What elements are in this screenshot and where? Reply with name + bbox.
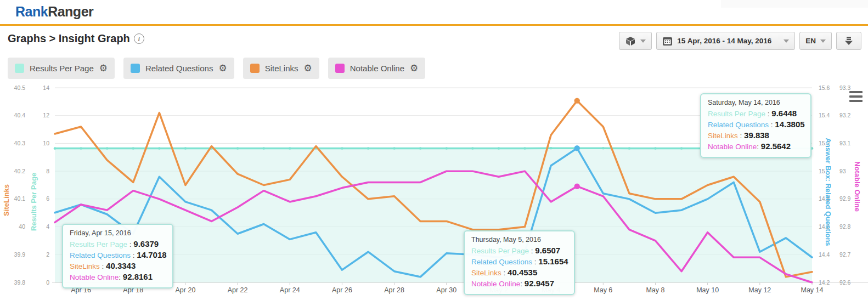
data-point[interactable] — [550, 147, 553, 150]
data-point[interactable] — [158, 147, 161, 150]
notable-axis-tick: 93.3 — [839, 84, 851, 91]
sitelinks-axis-tick: 40.3 — [14, 140, 26, 146]
chevron-down-icon — [784, 39, 789, 43]
tooltip-date: Thursday, May 5, 2016 — [471, 236, 567, 244]
x-axis-label: Apr 26 — [332, 286, 352, 294]
notable-axis-tick: 93.1 — [839, 140, 851, 146]
page-title: Graphs > Insight Graph — [8, 32, 130, 45]
series-legend: Results Per Page ⚙ Related Questions ⚙ S… — [8, 58, 425, 79]
sitelinks-axis-tick: 39.9 — [14, 251, 26, 258]
sitelinks-axis-tick: 40.1 — [14, 195, 26, 202]
data-point[interactable] — [498, 147, 500, 150]
data-point[interactable] — [341, 147, 343, 150]
results-axis-tick: 14 — [43, 84, 49, 91]
gear-icon[interactable]: ⚙ — [410, 64, 418, 73]
legend-label: SiteLinks — [265, 64, 298, 73]
notable-online-swatch — [335, 64, 345, 73]
sitelinks-axis-title: SiteLinks — [2, 184, 10, 216]
tooltip-date: Saturday, May 14, 2016 — [708, 99, 804, 106]
x-axis-label: May 8 — [646, 286, 664, 294]
data-point[interactable] — [80, 147, 82, 150]
data-point[interactable] — [393, 147, 396, 150]
data-point[interactable] — [184, 147, 187, 150]
tooltip-row: Related Questions : 14.3805 — [708, 119, 804, 130]
legend-chip-notable-online[interactable]: Notable Online ⚙ — [328, 58, 425, 79]
related-axis-tick: 14.4 — [819, 251, 830, 258]
gear-icon[interactable]: ⚙ — [218, 64, 227, 73]
legend-chip-sitelinks[interactable]: SiteLinks ⚙ — [243, 58, 319, 79]
toolbar-controls: 15 Apr, 2016 - 14 May, 2016 EN — [619, 32, 861, 50]
rankranger-logo[interactable]: RankRanger — [15, 4, 93, 20]
chevron-down-icon — [640, 39, 646, 43]
x-axis-label: Apr 24 — [280, 286, 300, 294]
notable-axis-tick: 92.8 — [839, 223, 851, 230]
x-axis-label: Apr 20 — [176, 286, 196, 294]
x-axis-label: Apr 30 — [436, 286, 456, 294]
data-point[interactable] — [54, 147, 57, 150]
sitelinks-axis-tick: 40 — [19, 223, 25, 230]
gear-icon[interactable]: ⚙ — [304, 64, 312, 73]
tooltip-date: Friday, Apr 15, 2016 — [70, 229, 166, 237]
sitelinks-axis-tick: 40.5 — [14, 84, 26, 91]
logo-ranger: Ranger — [48, 4, 93, 19]
data-point[interactable] — [523, 147, 526, 150]
data-point[interactable] — [132, 147, 134, 150]
tooltip-row: Related Questions : 15.1654 — [471, 256, 567, 267]
data-point[interactable] — [106, 147, 109, 150]
tooltip-row: Results Per Page : 9.6507 — [471, 245, 567, 256]
info-icon[interactable]: i — [134, 33, 144, 44]
sitelinks-axis-tick: 40.2 — [14, 168, 26, 174]
chart-menu-icon[interactable] — [849, 91, 863, 102]
data-point[interactable] — [471, 147, 474, 150]
tooltip-row: Results Per Page : 9.6448 — [708, 108, 804, 119]
language-label: EN — [805, 37, 816, 45]
results-axis-tick: 6 — [46, 195, 49, 202]
data-point[interactable] — [367, 147, 370, 150]
sitelinks-axis-tick: 39.8 — [14, 279, 26, 286]
tooltip-apr-15: Friday, Apr 15, 2016 Results Per Page : … — [62, 224, 173, 288]
cube-icon — [625, 36, 636, 47]
widget-menu-button[interactable] — [619, 32, 652, 50]
hover-point-related-questions[interactable] — [574, 145, 580, 151]
download-button[interactable] — [836, 32, 861, 50]
language-button[interactable]: EN — [799, 32, 832, 50]
header-corner-panel — [721, 0, 868, 8]
related-axis-title: Answer Box: Related Questions — [824, 138, 832, 246]
results-axis-tick: 4 — [46, 223, 49, 230]
x-axis-label: May 6 — [594, 286, 612, 294]
results-axis-tick: 8 — [46, 168, 49, 174]
notable-axis-tick: 92.7 — [839, 251, 851, 258]
data-point[interactable] — [445, 147, 448, 150]
legend-chip-related-questions[interactable]: Related Questions ⚙ — [123, 58, 234, 79]
results-axis-tick: 12 — [43, 112, 49, 118]
data-point[interactable] — [262, 147, 265, 150]
tooltip-row: Related Questions : 14.7018 — [70, 250, 166, 261]
legend-label: Related Questions — [145, 64, 213, 73]
hover-point-sitelinks[interactable] — [574, 98, 580, 103]
related-axis-tick: 15.6 — [819, 84, 830, 91]
data-point[interactable] — [236, 147, 239, 150]
date-range-button[interactable]: 15 Apr, 2016 - 14 May, 2016 — [656, 32, 795, 50]
x-axis-label: May 14 — [801, 286, 824, 294]
sitelinks-swatch — [250, 64, 260, 73]
tooltip-row: Notable Online: 92.9457 — [471, 278, 567, 289]
sitelinks-axis-tick: 40.4 — [14, 112, 26, 118]
data-point[interactable] — [289, 147, 291, 150]
tooltip-row: Results Per Page : 9.6379 — [70, 239, 166, 250]
chevron-down-icon — [820, 39, 826, 43]
data-point[interactable] — [628, 147, 631, 150]
legend-chip-results-per-page[interactable]: Results Per Page ⚙ — [8, 58, 115, 79]
insight-graph-chart[interactable]: 40.540.440.340.240.14039.939.81412108642… — [0, 82, 868, 300]
gear-icon[interactable]: ⚙ — [99, 64, 108, 73]
notable-axis-tick: 92.6 — [839, 279, 851, 286]
tooltip-row: SiteLinks : 40.3343 — [70, 261, 166, 271]
hover-point-notable-online[interactable] — [574, 183, 580, 189]
data-point[interactable] — [419, 147, 422, 150]
data-point[interactable] — [654, 147, 657, 150]
related-axis-tick: 14.2 — [819, 279, 830, 286]
data-point[interactable] — [602, 147, 605, 150]
results-axis-tick: 0 — [46, 279, 49, 286]
logo-rank: Rank — [15, 4, 48, 19]
notable-axis-title: Notable Online — [853, 161, 861, 212]
data-point[interactable] — [680, 147, 683, 150]
